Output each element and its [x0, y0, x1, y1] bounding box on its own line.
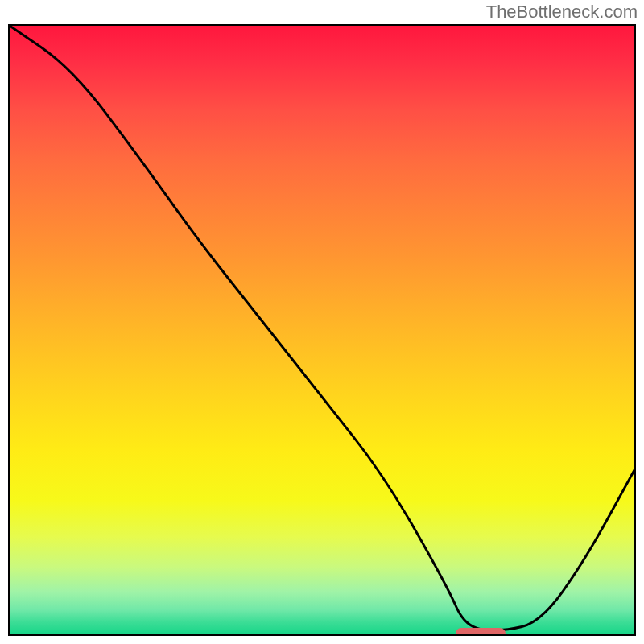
- watermark-text: TheBottleneck.com: [486, 2, 638, 23]
- chart-area: [8, 24, 636, 636]
- optimal-range-marker: [456, 628, 506, 636]
- bottleneck-line: [10, 26, 634, 634]
